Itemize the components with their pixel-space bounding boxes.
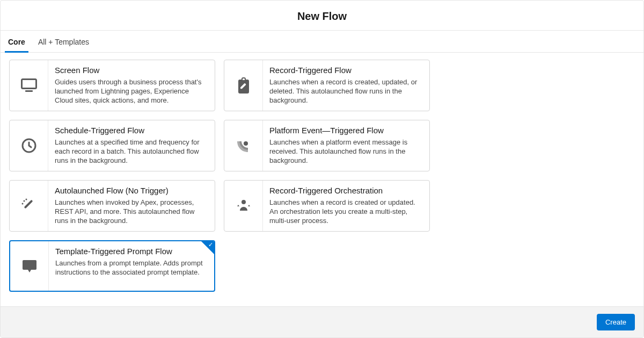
tab-all-templates[interactable]: All + Templates [38, 31, 89, 52]
card-record-triggered-flow[interactable]: Record-Triggered Flow Launches when a re… [224, 60, 430, 111]
content-area: Screen Flow Guides users through a busin… [1, 53, 643, 306]
card-title: Schedule-Triggered Flow [55, 126, 208, 135]
card-title: Autolaunched Flow (No Trigger) [55, 186, 208, 195]
modal-title: New Flow [1, 10, 643, 23]
svg-point-8 [241, 200, 246, 204]
svg-rect-4 [24, 200, 33, 209]
card-desc: Launches from a prompt template. Adds pr… [55, 259, 208, 277]
svg-point-7 [21, 203, 23, 205]
clipboard-edit-icon [224, 60, 263, 111]
magic-wand-icon [10, 181, 48, 231]
card-title: Record-Triggered Orchestration [269, 186, 423, 195]
svg-rect-9 [23, 260, 36, 270]
tab-core[interactable]: Core [8, 31, 25, 52]
tab-bar: Core All + Templates [1, 31, 643, 53]
svg-rect-0 [21, 80, 36, 89]
svg-point-5 [23, 200, 25, 202]
card-desc: Launches when invoked by Apex, processes… [55, 198, 208, 226]
card-schedule-triggered-flow[interactable]: Schedule-Triggered Flow Launches at a sp… [9, 120, 215, 171]
modal-header: New Flow [1, 1, 643, 31]
card-desc: Launches at a specified time and frequen… [55, 138, 208, 166]
prompt-icon [10, 241, 49, 291]
card-platform-event-flow[interactable]: Platform Event—Triggered Flow Launches w… [224, 120, 430, 171]
card-title: Template-Triggered Prompt Flow [55, 247, 208, 256]
screen-icon [10, 60, 48, 111]
orchestration-icon [224, 181, 263, 231]
card-desc: Launches when a platform event message i… [269, 138, 423, 166]
card-desc: Guides users through a business process … [55, 78, 208, 105]
modal-footer: Create [1, 306, 643, 337]
card-title: Screen Flow [55, 66, 208, 75]
clock-icon [10, 120, 48, 171]
satellite-icon [224, 120, 263, 171]
card-autolaunched-flow[interactable]: Autolaunched Flow (No Trigger) Launches … [9, 180, 215, 232]
card-desc: Launches when a record is created or upd… [269, 198, 423, 226]
svg-point-6 [25, 199, 27, 200]
create-button[interactable]: Create [597, 314, 635, 330]
check-icon: ✓ [208, 242, 213, 248]
card-record-triggered-orchestration[interactable]: Record-Triggered Orchestration Launches … [224, 180, 430, 232]
flow-type-grid: Screen Flow Guides users through a busin… [9, 60, 635, 292]
new-flow-modal: New Flow Core All + Templates Screen Flo… [0, 0, 644, 338]
svg-point-3 [244, 141, 248, 146]
card-title: Record-Triggered Flow [269, 66, 423, 75]
card-screen-flow[interactable]: Screen Flow Guides users through a busin… [9, 60, 215, 111]
card-title: Platform Event—Triggered Flow [269, 126, 423, 135]
svg-rect-1 [25, 90, 33, 92]
card-desc: Launches when a record is created, updat… [269, 78, 423, 105]
card-template-triggered-prompt-flow[interactable]: ✓ Template-Triggered Prompt Flow Launche… [9, 240, 215, 292]
